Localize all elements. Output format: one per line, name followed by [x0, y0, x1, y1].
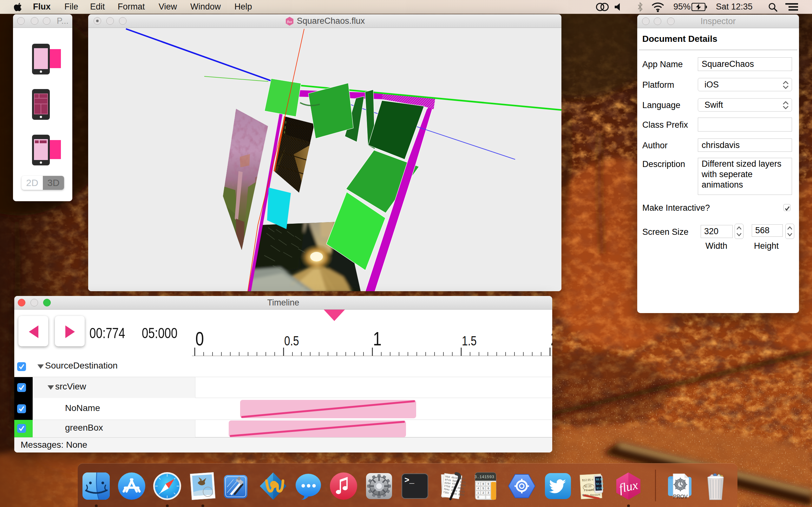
svg-text:flux: flux: [287, 20, 292, 23]
svg-text:>_: >_: [404, 475, 415, 485]
svg-text:$3.95: $3.95: [596, 487, 604, 490]
svg-text:1: 1: [477, 491, 479, 494]
svg-text:5: 5: [483, 487, 484, 490]
svg-text:3.141593: 3.141593: [474, 475, 494, 480]
svg-text:6: 6: [488, 487, 489, 490]
svg-text:2: 2: [551, 328, 552, 349]
svg-text:PROV: PROV: [673, 494, 688, 499]
svg-text:0.5: 0.5: [284, 333, 299, 348]
svg-text:$4.40: $4.40: [596, 482, 603, 486]
svg-text:1.5: 1.5: [462, 333, 477, 348]
svg-text:0: 0: [195, 328, 204, 349]
svg-text:3: 3: [488, 491, 489, 494]
svg-text:9: 9: [488, 482, 489, 486]
svg-text:7: 7: [477, 482, 479, 486]
svg-text:4: 4: [477, 487, 479, 490]
svg-text:2: 2: [483, 491, 484, 494]
svg-text:8: 8: [483, 482, 484, 486]
svg-text:1: 1: [373, 328, 382, 349]
svg-text:$8.92: $8.92: [596, 477, 603, 481]
svg-text:0: 0: [477, 496, 479, 499]
svg-text:$2.20: $2.20: [584, 485, 592, 488]
